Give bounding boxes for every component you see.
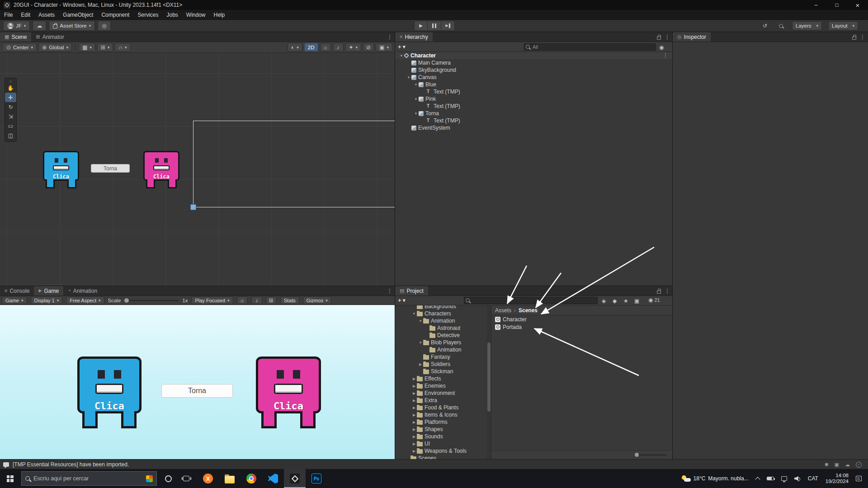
menu-item[interactable]: File [0,10,17,19]
menu-item[interactable]: Window [182,10,210,19]
breadcrumb-assets[interactable]: Assets [495,307,511,314]
pane-menu-icon[interactable] [387,288,392,294]
blue-blob-character[interactable]: Clica [43,151,79,188]
foldout-arrow[interactable] [406,75,411,80]
vscode-icon[interactable] [262,469,284,488]
foldout-arrow[interactable] [411,420,417,424]
Character[interactable]: Character [491,315,673,323]
search-highlights-icon[interactable] [146,475,153,482]
hierarchy-row[interactable]: Main Camera [395,59,673,66]
torna-button-scene[interactable]: Torna [91,164,130,173]
foldout-arrow[interactable] [418,319,423,323]
menu-item[interactable]: GameObject [59,10,97,19]
foldout-arrow[interactable] [411,449,417,453]
step-button[interactable]: ▶ [441,21,455,31]
transform-tool-icon[interactable]: ◫ [5,131,16,140]
project-search-input[interactable] [464,297,598,304]
battery-status[interactable] [763,469,778,488]
cloud-status-icon[interactable] [845,462,850,467]
view-tool-icon[interactable]: ✋ [5,83,16,93]
search-options-icon[interactable] [659,45,664,50]
hierarchy-search-input[interactable] [524,43,656,51]
snap-toggle-dropdown[interactable]: ▾ [115,43,130,52]
foldout-arrow[interactable] [418,362,423,366]
game-viewport[interactable]: Clica Torna Clica [0,305,395,459]
hierarchy-row[interactable]: Character [395,52,673,59]
snap-increment-dropdown[interactable]: ▾ [97,43,113,52]
photoshop-icon[interactable] [306,469,327,488]
project-tree-row[interactable]: Characters [395,310,487,317]
hierarchy-row[interactable]: Text (TMP) [395,117,673,124]
taskbar-search-input[interactable] [33,475,142,482]
hierarchy-row[interactable]: Blue [395,81,673,88]
foldout-arrow[interactable] [411,435,417,439]
search-by-label-icon[interactable] [613,298,617,304]
lock-icon[interactable] [657,37,661,40]
volume-status[interactable] [791,469,804,488]
pane-menu-icon[interactable] [860,34,865,40]
pane-menu-icon[interactable] [665,34,670,40]
project-tree-row[interactable]: Detective [395,332,487,339]
close-button[interactable]: × [847,0,868,10]
language-indicator[interactable]: CAT [804,469,822,488]
project-tree-row[interactable]: Sounds [395,433,487,440]
draw-mode-dropdown[interactable]: ▾ [288,43,302,52]
action-center-button[interactable] [852,469,868,488]
game-target-dropdown[interactable]: Game▾ [2,296,27,304]
2d-toggle[interactable]: 2D [304,43,318,52]
search-button[interactable] [776,21,786,31]
project-tree-row[interactable]: Backgrounds [395,305,487,310]
rect-tool-icon[interactable]: ▭ [5,121,16,131]
tab[interactable]: Game [34,286,63,296]
scene-audio-toggle[interactable] [333,43,344,52]
maximize-button[interactable]: □ [826,0,847,10]
project-tree-row[interactable]: Extra [395,397,487,404]
task-view-button[interactable] [177,469,195,488]
scale-slider[interactable] [124,300,179,301]
tab[interactable]: Console [0,286,34,296]
lock-icon[interactable] [657,291,661,294]
unity-search-button[interactable] [98,21,110,31]
chrome-icon[interactable] [241,469,262,488]
hierarchy-row[interactable]: Text (TMP) [395,88,673,95]
minimize-button[interactable]: – [806,0,826,10]
hidden-packages-toggle[interactable]: 21 [648,297,660,303]
pane-menu-icon[interactable] [665,288,670,294]
undo-history-button[interactable] [760,21,770,31]
hierarchy-row[interactable]: EventSystem [395,124,673,131]
play-focused-dropdown[interactable]: Play Focused▾ [191,296,233,304]
cache-server-icon[interactable] [835,462,839,467]
project-tree-row[interactable]: Stickman [395,368,487,375]
rotate-tool-icon[interactable]: ↻ [5,102,16,112]
tab[interactable]: Animator [31,32,68,42]
taskbar-search-box[interactable] [21,471,157,486]
unity-icon[interactable] [284,469,306,488]
pivot-mode-dropdown[interactable]: Center▾ [3,43,37,52]
hierarchy-row[interactable]: Torna [395,110,673,117]
project-tree-row[interactable]: Food & Plants [395,404,487,411]
layout-dropdown[interactable]: Layout▾ [828,21,858,30]
foldout-arrow[interactable] [411,406,417,410]
cloud-services-button[interactable] [33,21,46,31]
menu-item[interactable]: Jobs [162,10,182,19]
project-tree-row[interactable]: Soldiers [395,361,487,368]
project-tree-row[interactable]: Effects [395,375,487,382]
menu-item[interactable]: Assets [34,10,59,19]
status-message[interactable]: [TMP Essential Resources] have been impo… [13,461,129,468]
create-object-dropdown[interactable]: +▾ [398,43,406,50]
clock[interactable]: 14:08 19/2/2024 [822,469,852,488]
foldout-arrow[interactable] [411,442,417,446]
display-dropdown[interactable]: Display 1▾ [31,296,63,304]
scene-visibility-toggle[interactable] [363,43,374,52]
aspect-ratio-dropdown[interactable]: Free Aspect▾ [66,296,104,304]
activity-icon[interactable] [824,462,828,467]
foldout-arrow[interactable] [411,413,417,417]
console-message-icon[interactable] [3,462,9,467]
scale-slider-thumb[interactable] [124,298,129,303]
tab[interactable]: Scene [0,32,31,42]
vsync-toggle[interactable] [237,296,248,304]
project-tree-row[interactable]: UI [395,440,487,447]
pause-button[interactable] [428,21,441,31]
start-button[interactable] [0,469,20,488]
project-tree-row[interactable]: Blob Players [395,339,487,346]
